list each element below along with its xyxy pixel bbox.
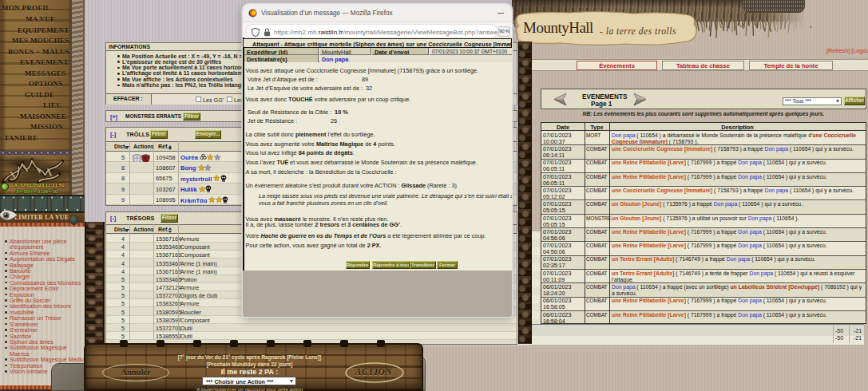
svg-text:- la terre des trolls: - la terre des trolls xyxy=(600,26,676,36)
svg-text:MountyHall: MountyHall xyxy=(523,19,593,36)
